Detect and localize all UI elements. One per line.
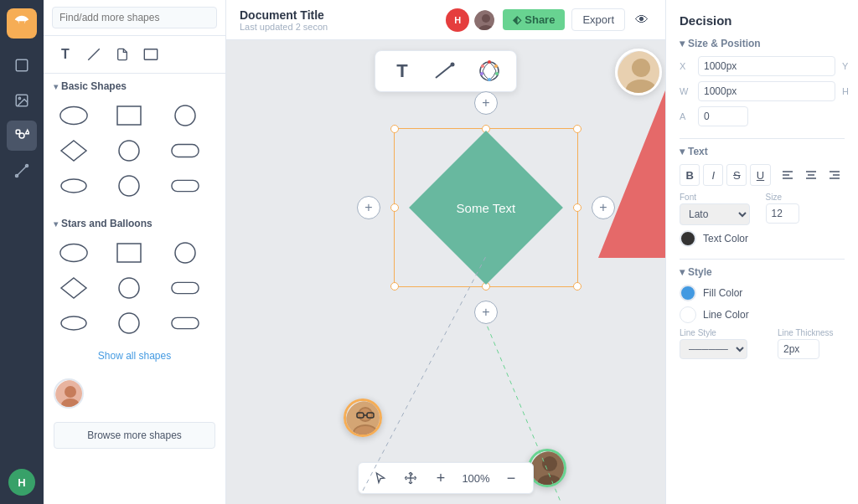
line-style-select[interactable]: ────── - - - - ····· bbox=[680, 339, 747, 359]
current-user-avatar[interactable]: H bbox=[8, 469, 35, 496]
w-input[interactable] bbox=[698, 81, 835, 101]
underline-button[interactable]: U bbox=[750, 164, 770, 186]
font-select[interactable]: Lato Arial Helvetica bbox=[680, 203, 750, 225]
header-actions: H ⬖ Share Export 👁 bbox=[446, 8, 652, 32]
user-avatar-rail[interactable]: H bbox=[8, 469, 35, 496]
svg-point-36 bbox=[451, 63, 455, 67]
align-right-button[interactable] bbox=[824, 164, 845, 186]
font-size-input[interactable] bbox=[766, 203, 799, 224]
balloon-small-ellipse[interactable] bbox=[54, 308, 94, 338]
preview-button[interactable]: 👁 bbox=[632, 9, 652, 31]
balloon-ellipse[interactable] bbox=[54, 238, 94, 268]
text-section: ▾ Text B I S U Fo bbox=[680, 146, 845, 247]
italic-button[interactable]: I bbox=[703, 164, 723, 186]
svg-line-9 bbox=[88, 49, 100, 60]
handle-bl[interactable] bbox=[390, 282, 399, 291]
collaborator-avatar-h[interactable]: H bbox=[446, 8, 469, 32]
select-tool[interactable] bbox=[369, 466, 392, 490]
share-button[interactable]: ⬖ Share bbox=[503, 9, 565, 30]
x-input[interactable] bbox=[698, 56, 835, 76]
canvas-workspace[interactable]: T bbox=[226, 40, 665, 504]
text-color-label: Text Color bbox=[703, 233, 748, 244]
fill-color-row: Fill Color bbox=[680, 285, 845, 301]
balloon-circle2[interactable] bbox=[109, 273, 149, 303]
basic-shapes-chevron: ▾ bbox=[54, 82, 58, 91]
add-shape-right[interactable]: + bbox=[592, 196, 615, 219]
add-shape-bottom[interactable]: + bbox=[474, 301, 498, 324]
shape-circle3[interactable] bbox=[109, 171, 149, 201]
handle-br[interactable] bbox=[573, 282, 581, 291]
app-logo[interactable] bbox=[7, 8, 37, 39]
shape-small-ellipse[interactable] bbox=[54, 171, 94, 201]
text-tool-btn[interactable]: T bbox=[54, 43, 77, 66]
shape-ellipse[interactable] bbox=[54, 100, 94, 131]
align-left-button[interactable] bbox=[778, 164, 798, 186]
shape-pill[interactable] bbox=[165, 171, 205, 201]
add-shape-top[interactable]: + bbox=[474, 91, 498, 115]
align-center-button[interactable] bbox=[801, 164, 821, 186]
cursor-tool[interactable] bbox=[7, 50, 37, 80]
wh-row: W H bbox=[680, 81, 845, 101]
browse-shapes-button[interactable]: Browse more shapes bbox=[54, 422, 215, 449]
balloon-diamond[interactable] bbox=[54, 273, 94, 303]
svg-rect-25 bbox=[172, 282, 199, 293]
size-position-header[interactable]: ▾ Size & Position bbox=[680, 38, 845, 49]
shape-diamond[interactable] bbox=[54, 136, 94, 166]
image-tool[interactable] bbox=[7, 85, 37, 116]
handle-tr[interactable] bbox=[573, 125, 581, 133]
handle-tl[interactable] bbox=[390, 125, 399, 133]
text-format-tool[interactable]: T bbox=[389, 58, 416, 85]
line-thickness-input[interactable] bbox=[778, 339, 819, 359]
shape-circle[interactable] bbox=[165, 100, 205, 131]
collaborator-avatar-1[interactable] bbox=[473, 8, 496, 32]
svg-point-42 bbox=[480, 72, 483, 75]
export-button[interactable]: Export bbox=[571, 8, 625, 31]
handle-mr[interactable] bbox=[573, 203, 581, 212]
svg-line-35 bbox=[436, 64, 452, 78]
zoom-out-tool[interactable]: − bbox=[499, 466, 523, 490]
basic-shapes-header[interactable]: ▾ Basic Shapes bbox=[44, 74, 225, 95]
arrow-tool[interactable] bbox=[432, 58, 459, 85]
text-color-swatch[interactable] bbox=[680, 230, 696, 247]
balloon-pill[interactable] bbox=[165, 273, 205, 303]
svg-point-30 bbox=[65, 386, 76, 398]
color-tool[interactable] bbox=[476, 58, 503, 85]
svg-rect-19 bbox=[172, 180, 199, 191]
balloon-circle3[interactable] bbox=[109, 308, 149, 338]
svg-point-39 bbox=[494, 64, 498, 68]
shapes-tool[interactable] bbox=[7, 121, 37, 151]
text-section-header[interactable]: ▾ Text bbox=[680, 146, 845, 157]
shape-circle2[interactable] bbox=[109, 136, 149, 166]
bold-button[interactable]: B bbox=[680, 164, 700, 186]
handle-ml[interactable] bbox=[390, 203, 399, 212]
add-tool[interactable]: + bbox=[429, 466, 452, 490]
balloon-rect[interactable] bbox=[109, 238, 149, 268]
doc-tool-btn[interactable] bbox=[111, 43, 134, 66]
a-input[interactable] bbox=[698, 106, 748, 126]
search-input[interactable] bbox=[52, 7, 217, 28]
canvas-user-1[interactable] bbox=[344, 399, 382, 437]
svg-rect-16 bbox=[172, 144, 199, 157]
shape-rounded-rect[interactable] bbox=[165, 136, 205, 166]
show-all-shapes-link[interactable]: Show all shapes bbox=[44, 343, 225, 368]
svg-point-17 bbox=[61, 179, 86, 193]
move-tool[interactable] bbox=[399, 466, 422, 490]
text-format-row: B I S U bbox=[680, 164, 845, 186]
line-tool-btn[interactable] bbox=[82, 43, 106, 66]
stars-balloons-header[interactable]: ▾ Stars and Balloons bbox=[44, 211, 225, 233]
balloon-circle[interactable] bbox=[165, 238, 205, 268]
add-shape-left[interactable]: + bbox=[357, 196, 380, 219]
style-section-header[interactable]: ▾ Style bbox=[680, 266, 845, 278]
shape-rect[interactable] bbox=[109, 100, 149, 131]
fill-color-swatch[interactable] bbox=[680, 285, 696, 301]
balloon-rounded-rect[interactable] bbox=[165, 308, 205, 338]
rect-tool-btn[interactable] bbox=[139, 43, 163, 66]
line-color-swatch[interactable] bbox=[680, 306, 696, 323]
connector-tool[interactable] bbox=[7, 156, 37, 186]
selection-border: Some Text bbox=[394, 128, 578, 287]
panel-user-avatar[interactable] bbox=[54, 378, 84, 409]
strikethrough-button[interactable]: S bbox=[726, 164, 747, 186]
svg-point-20 bbox=[60, 244, 87, 262]
bottom-toolbar: + 100% − bbox=[358, 462, 534, 494]
diamond-shape[interactable]: Some Text bbox=[409, 131, 563, 285]
